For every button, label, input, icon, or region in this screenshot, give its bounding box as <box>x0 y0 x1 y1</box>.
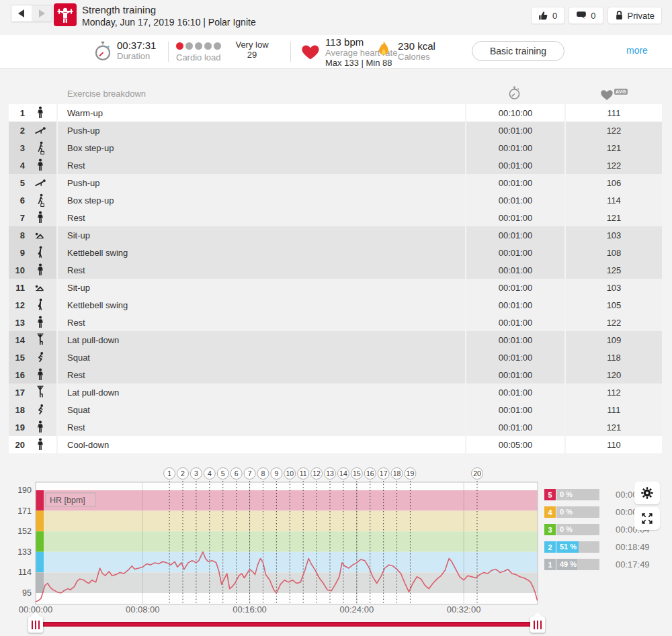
cardio-load-value: 29 <box>222 50 282 60</box>
exercise-number: 10 <box>9 265 25 275</box>
svg-text:152: 152 <box>17 527 32 536</box>
heart-rate-chart: 00:00:0000:08:0000:16:0000:24:0000:32:00… <box>0 463 672 636</box>
table-row[interactable]: 2 Push-up 00:01:00 122 <box>0 122 672 139</box>
previous-session-button[interactable] <box>11 5 32 21</box>
exercise-icon-kettlebell-swing <box>34 298 46 312</box>
exercise-breakdown-header: Exercise breakdown <box>67 89 146 99</box>
grip-icon <box>32 621 40 629</box>
chart-expand-button[interactable] <box>634 507 660 530</box>
table-row[interactable]: 8 Sit-up 00:01:00 103 <box>0 226 672 244</box>
exercise-number: 3 <box>9 143 25 153</box>
table-row[interactable]: 7 Rest 00:01:00 121 <box>0 209 672 226</box>
cardio-dot-empty <box>214 42 221 50</box>
like-button[interactable]: 0 <box>531 7 564 24</box>
page-header: Strength training Monday, Jun 17, 2019 1… <box>0 0 672 35</box>
duration-label: Duration <box>117 51 156 61</box>
next-session-button[interactable] <box>32 5 52 21</box>
table-row[interactable]: 17 Lat pull-down 00:01:00 112 <box>0 383 672 401</box>
exercise-avg-hr: 111 <box>566 401 662 418</box>
exercise-duration: 00:01:00 <box>466 226 564 244</box>
scrollbar-left-handle[interactable] <box>28 617 43 633</box>
svg-text:9: 9 <box>274 469 278 478</box>
zone-time: 00:18:49 <box>616 542 656 552</box>
svg-text:95: 95 <box>22 588 32 598</box>
exercise-name: Lat pull-down <box>58 331 465 349</box>
table-row[interactable]: 15 Squat 00:01:00 118 <box>0 349 672 366</box>
comment-count: 0 <box>591 11 595 21</box>
table-row[interactable]: 3 Box step-up 00:01:00 121 <box>0 139 672 156</box>
exercise-number: 1 <box>9 108 25 118</box>
zone-percent-label: 51 % <box>560 543 577 551</box>
zone-number: 3 <box>544 524 556 535</box>
table-row[interactable]: 19 Rest 00:01:00 121 <box>0 418 672 436</box>
exercise-icon-warm-up <box>34 106 46 120</box>
exercise-duration: 00:05:00 <box>466 436 564 453</box>
cardio-load-label: Cardio load <box>176 52 221 62</box>
grip-icon <box>534 621 542 629</box>
cardio-dot-empty <box>204 42 212 50</box>
exercise-name: Box step-up <box>58 191 465 209</box>
exercise-duration: 00:01:00 <box>466 366 564 383</box>
exercise-avg-hr: 121 <box>566 418 662 436</box>
table-row[interactable]: 12 Kettlebell swing 00:01:00 105 <box>0 296 672 314</box>
table-row[interactable]: 16 Rest 00:01:00 120 <box>0 366 672 383</box>
table-row[interactable]: 1 Warm-up 00:10:00 111 <box>0 104 672 122</box>
exercise-avg-hr: 121 <box>566 139 662 156</box>
stat-divider <box>290 42 291 62</box>
zone-number: 5 <box>544 489 556 500</box>
svg-text:14: 14 <box>339 469 347 478</box>
privacy-button[interactable]: Private <box>607 7 662 24</box>
exercise-table: 1 Warm-up 00:10:00 111 2 Push-up 00:01:0… <box>0 104 672 453</box>
table-row[interactable]: 11 Sit-up 00:01:00 103 <box>0 279 672 296</box>
exercise-name: Squat <box>58 401 465 418</box>
table-row[interactable]: 20 Cool-down 00:05:00 110 <box>0 436 672 453</box>
exercise-name: Rest <box>58 156 465 174</box>
more-link[interactable]: more <box>626 45 648 56</box>
exercise-duration: 00:01:00 <box>466 349 564 366</box>
cardio-dot-empty <box>185 42 193 50</box>
table-row[interactable]: 13 Rest 00:01:00 122 <box>0 314 672 331</box>
table-row[interactable]: 9 Kettlebell swing 00:01:00 108 <box>0 244 672 261</box>
exercise-icon-lat-pull-down <box>34 385 46 399</box>
table-row[interactable]: 10 Rest 00:01:00 125 <box>0 261 672 279</box>
exercise-number: 12 <box>9 300 25 310</box>
zone-percent-bar: 0 % <box>556 489 599 500</box>
arrow-right-icon <box>38 9 45 17</box>
table-row[interactable]: 14 Lat pull-down 00:01:00 109 <box>0 331 672 349</box>
table-row[interactable]: 18 Squat 00:01:00 111 <box>0 401 672 418</box>
exercise-icon-rest <box>34 211 46 224</box>
exercise-name: Lat pull-down <box>58 383 465 401</box>
table-row[interactable]: 6 Box step-up 00:01:00 114 <box>0 191 672 209</box>
exercise-icon-rest <box>34 263 46 277</box>
exercise-avg-hr: 114 <box>566 191 662 209</box>
weightlifter-icon <box>55 5 75 25</box>
zone-percent-label: 0 % <box>560 508 573 516</box>
exercise-icon-squat <box>34 403 46 416</box>
exercise-name: Sit-up <box>58 279 465 296</box>
exercise-avg-hr: 106 <box>566 174 662 191</box>
table-row[interactable]: 4 Rest 00:01:00 122 <box>0 156 672 174</box>
exercise-icon-sit-up <box>34 281 46 294</box>
exercise-name: Rest <box>58 418 465 436</box>
expand-icon <box>640 512 654 525</box>
scrollbar-right-handle[interactable] <box>530 617 545 633</box>
training-benefit-button[interactable]: Basic training <box>472 41 564 61</box>
exercise-duration: 00:01:00 <box>466 401 564 418</box>
zone-percent-bar: 49 % <box>556 559 599 570</box>
comment-button[interactable]: 0 <box>569 7 603 24</box>
exercise-icon-sit-up <box>34 228 46 242</box>
exercise-icon-kettlebell-swing <box>34 246 46 259</box>
exercise-number: 19 <box>9 422 25 433</box>
svg-text:190: 190 <box>17 486 32 495</box>
exercise-avg-hr: 118 <box>566 349 662 366</box>
zone-number: 1 <box>544 559 556 570</box>
duration-column-icon <box>508 86 521 103</box>
exercise-duration: 00:01:00 <box>466 279 564 296</box>
training-benefit-label: Basic training <box>490 46 546 56</box>
scrollbar-track[interactable] <box>36 622 538 627</box>
exercise-name: Rest <box>58 314 465 331</box>
exercise-icon-cool-down <box>34 438 46 451</box>
table-row[interactable]: 5 Push-up 00:01:00 106 <box>0 174 672 191</box>
chart-settings-button[interactable] <box>634 482 660 504</box>
svg-text:114: 114 <box>18 567 32 577</box>
